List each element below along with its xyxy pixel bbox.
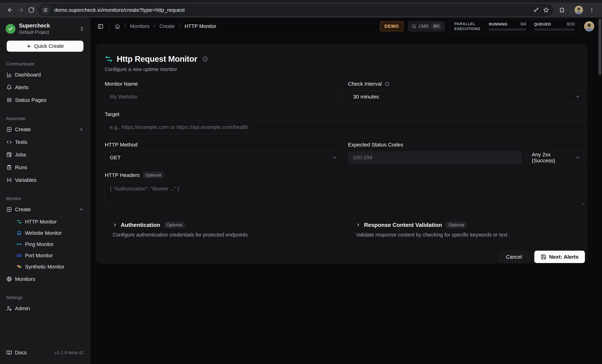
sidebar-item-jobs[interactable]: Jobs — [2, 148, 88, 161]
cancel-button[interactable]: Cancel — [499, 251, 529, 263]
workspace-logo-check-icon — [6, 24, 15, 34]
home-icon[interactable] — [115, 24, 120, 29]
user-avatar[interactable] — [584, 21, 594, 31]
monitor-name-input[interactable] — [105, 90, 342, 103]
sidebar-item-label: Runs — [15, 164, 27, 170]
chevron-down-icon — [332, 155, 337, 160]
extensions-puzzle-icon[interactable] — [557, 5, 567, 15]
http-headers-field: HTTP Headers Optional — [105, 172, 585, 207]
sidebar-item-synthetic-monitor[interactable]: Synthetic Monitor — [15, 261, 90, 272]
parallel-executions-widget: PARALLEL EXECUTIONS RUNNING 0/4 QUEUED 0… — [450, 19, 580, 34]
search-icon — [411, 24, 417, 29]
sidebar-item-alerts[interactable]: Alerts — [2, 81, 88, 94]
main-content: Http Request Monitor Configure a new upt… — [90, 35, 602, 364]
sidebar-item-runs[interactable]: Runs — [2, 161, 88, 174]
chevron-right-icon — [79, 127, 84, 132]
chevron-down-icon — [575, 155, 580, 160]
next-alerts-button[interactable]: Next: Alerts — [534, 250, 585, 263]
app-version: v1.1.9-beta.41 — [54, 350, 84, 355]
command-search-button[interactable]: CMD ⌘K — [408, 21, 445, 31]
sidebar-item-monitors[interactable]: Monitors — [2, 273, 88, 285]
sidebar-item-label: Tests — [15, 139, 27, 145]
target-input[interactable] — [105, 121, 585, 134]
sidebar-item-http-monitor[interactable]: HTTP Monitor — [15, 216, 90, 227]
code-icon — [6, 139, 12, 145]
sidebar-item-label: Port Monitor — [25, 253, 53, 259]
response-validation-panel[interactable]: Response Content Validation Optional Val… — [348, 215, 585, 246]
http-headers-textarea[interactable] — [105, 182, 585, 206]
chevron-down-icon — [575, 94, 580, 99]
workspace-name: Supercheck — [19, 22, 79, 29]
sidebar-item-ping-monitor[interactable]: Ping Monitor — [15, 239, 90, 250]
breadcrumb-separator: / — [124, 24, 126, 29]
resize-grip-icon[interactable] — [580, 201, 584, 205]
status-codes-field: Expected Status Codes Any 2xx (Success) — [348, 141, 585, 164]
optional-badge: Optional — [143, 172, 164, 179]
save-icon — [541, 254, 546, 260]
sidebar-item-label: Create — [15, 126, 31, 132]
sidebar-item-label: Alerts — [15, 84, 29, 90]
sidebar-item-status-pages[interactable]: Status Pages — [2, 94, 88, 106]
page-title: Http Request Monitor — [117, 54, 197, 64]
topbar-divider — [109, 23, 109, 30]
sidebar-item-admin[interactable]: Admin — [2, 302, 88, 315]
browser-menu-icon[interactable] — [587, 5, 597, 15]
running-label: RUNNING — [489, 22, 507, 27]
url-text[interactable]: demo.supercheck.io/monitors/create?type=… — [54, 7, 531, 13]
page-scrollbar-thumb[interactable] — [599, 19, 601, 75]
breadcrumb-monitors[interactable]: Monitors — [130, 23, 150, 29]
command-shortcut-kbd: ⌘K — [431, 23, 442, 29]
info-icon[interactable] — [385, 81, 389, 86]
docs-label: Docs — [15, 350, 27, 355]
http-method-select[interactable]: GET — [105, 151, 342, 164]
password-key-icon[interactable] — [531, 5, 541, 15]
sidebar-item-label: Status Pages — [15, 97, 46, 103]
monitor-form-card: Http Request Monitor Configure a new upt… — [96, 44, 587, 263]
optional-badge: Optional — [164, 221, 185, 229]
sidebar-item-create-automate[interactable]: Create — [2, 123, 88, 136]
status-codes-preset-value: Any 2xx (Success) — [532, 152, 575, 164]
docs-link[interactable]: Docs — [6, 350, 27, 355]
section-label-monitor: Monitor — [0, 196, 90, 201]
user-gear-icon — [6, 306, 12, 311]
sidebar-item-tests[interactable]: Tests — [2, 136, 88, 148]
arrows-left-right-icon — [17, 219, 22, 224]
sidebar-item-label: Website Monitor — [25, 230, 62, 236]
quick-create-button[interactable]: Quick Create — [7, 41, 84, 52]
sidebar-item-website-monitor[interactable]: Website Monitor — [15, 227, 90, 239]
check-interval-value: 30 minutes — [353, 94, 379, 100]
authentication-panel[interactable]: Authentication Optional Configure authen… — [105, 215, 342, 246]
browser-tab-strip — [0, 0, 602, 2]
sidebar-item-dashboard[interactable]: Dashboard — [2, 68, 88, 81]
breadcrumb-create[interactable]: Create — [160, 23, 175, 29]
browser-back-button[interactable] — [5, 5, 15, 15]
browser-forward-button[interactable] — [15, 5, 26, 15]
queued-progress-bar — [534, 28, 575, 31]
demo-badge: DEMO — [380, 21, 404, 31]
running-value: 0/4 — [520, 22, 526, 27]
bookmark-star-icon[interactable] — [541, 5, 551, 15]
breadcrumb-separator: / — [179, 24, 180, 29]
sidebar-item-variables[interactable]: Variables — [2, 174, 88, 187]
status-codes-preset-select[interactable]: Any 2xx (Success) — [527, 151, 585, 164]
sidebar-item-port-monitor[interactable]: Port Monitor — [15, 250, 90, 261]
site-settings-icon[interactable] — [41, 5, 50, 15]
chevron-down-icon — [79, 207, 84, 212]
theater-masks-icon — [17, 264, 22, 269]
browser-profile-avatar[interactable] — [575, 6, 583, 14]
chevron-right-icon — [356, 223, 361, 227]
sidebar-toggle-icon[interactable] — [97, 23, 104, 30]
authentication-description: Configure authentication credentials for… — [113, 232, 334, 238]
check-interval-select[interactable]: 30 minutes — [348, 90, 585, 103]
queued-executions: QUEUED 0/10 — [534, 22, 575, 31]
parallel-executions-title: PARALLEL EXECUTIONS — [454, 21, 481, 31]
plus-icon — [26, 44, 32, 49]
info-icon[interactable] — [202, 56, 208, 62]
address-bar[interactable]: demo.supercheck.io/monitors/create?type=… — [38, 4, 553, 16]
workspace-switcher[interactable]: Supercheck Default Project — [0, 18, 90, 37]
browser-reload-button[interactable] — [26, 5, 37, 15]
target-label: Target — [105, 111, 119, 117]
queued-value: 0/10 — [567, 22, 575, 27]
sidebar-item-create-monitor[interactable]: Create — [2, 203, 88, 216]
status-codes-input[interactable] — [348, 151, 522, 164]
